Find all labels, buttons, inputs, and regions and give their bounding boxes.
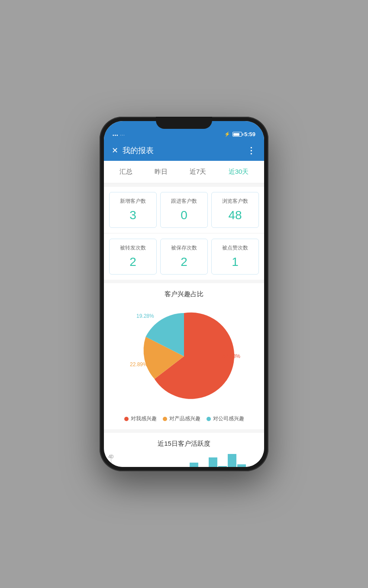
stat-value-liked: 1 [232, 255, 239, 269]
pie-legend: 对我感兴趣 对产品感兴趣 对公司感兴趣 [109, 415, 259, 422]
legend-label-me: 对我感兴趣 [131, 415, 157, 422]
page-title: 我的报表 [123, 145, 154, 156]
stats-grid-row2: 被转发次数 2 被保存次数 2 被点赞次数 1 [104, 233, 264, 280]
carrier-info: ▪▪▪ ··· [113, 133, 125, 137]
stat-new-customers: 新增客户数 3 [109, 192, 157, 228]
activity-chart-container: 1 34 37 40 1 [109, 454, 259, 467]
pie-chart-title: 客户兴趣占比 [109, 290, 259, 298]
status-right: ⚡ 5:59 [224, 131, 255, 137]
phone-screen: ▪▪▪ ··· ⚡ 5:59 ✕ 我的报表 ⋮ 汇总 昨日 近7天 [104, 121, 264, 467]
stat-label-forwarded: 被转发次数 [120, 244, 146, 252]
legend-label-product: 对产品感兴趣 [169, 415, 200, 422]
activity-section: 近15日客户活跃度 [104, 433, 264, 467]
stat-value-new: 3 [129, 208, 136, 222]
bar-14 [237, 464, 246, 467]
legend-dot-me [124, 417, 129, 421]
stat-value-saved: 2 [181, 255, 187, 269]
tab-summary[interactable]: 汇总 [115, 166, 137, 178]
pie-label-product: 22.89% [130, 361, 148, 368]
notch [156, 117, 212, 129]
app-header: ✕ 我的报表 ⋮ [104, 140, 264, 161]
pie-label-company: 19.28% [136, 313, 154, 319]
stat-label-liked: 被点赞次数 [222, 244, 248, 252]
pie-chart: 57.83% 19.28% 22.89% [132, 304, 236, 408]
bar-12 [218, 466, 227, 467]
bluetooth-icon: ⚡ [224, 131, 230, 137]
tab-30days[interactable]: 近30天 [224, 166, 253, 178]
more-button[interactable]: ⋮ [247, 145, 256, 156]
stat-followup-customers: 跟进客户数 0 [160, 192, 208, 228]
bar-11 [209, 457, 217, 467]
stat-label-saved: 被保存次数 [171, 244, 197, 252]
stat-value-forwarded: 2 [129, 255, 136, 269]
content-area: 汇总 昨日 近7天 近30天 新增客户数 3 跟进客户数 0 浏览客户数 48 [104, 161, 264, 467]
activity-title: 近15日客户活跃度 [109, 440, 259, 448]
stat-value-browse: 48 [228, 208, 242, 222]
stat-browse-customers: 浏览客户数 48 [211, 192, 259, 228]
stat-label-new: 新增客户数 [120, 198, 146, 205]
stat-label-followup: 跟进客户数 [171, 198, 197, 205]
legend-item-company: 对公司感兴趣 [207, 415, 244, 422]
stat-value-followup: 0 [181, 208, 187, 222]
tab-bar: 汇总 昨日 近7天 近30天 [104, 161, 264, 183]
stats-grid-row1: 新增客户数 3 跟进客户数 0 浏览客户数 48 [104, 187, 264, 233]
close-button[interactable]: ✕ [112, 146, 118, 155]
bar-chart [111, 454, 257, 467]
pie-svg [132, 304, 236, 408]
battery-icon [232, 132, 242, 137]
legend-item-me: 对我感兴趣 [124, 415, 157, 422]
time-display: 5:59 [244, 131, 255, 137]
tab-7days[interactable]: 近7天 [185, 166, 210, 178]
y-label-top: 40 [108, 454, 113, 459]
stat-liked: 被点赞次数 1 [211, 239, 259, 275]
stat-saved: 被保存次数 2 [160, 239, 208, 275]
phone-frame: ▪▪▪ ··· ⚡ 5:59 ✕ 我的报表 ⋮ 汇总 昨日 近7天 [100, 117, 268, 471]
bar-13 [228, 454, 236, 467]
stat-label-browse: 浏览客户数 [222, 198, 248, 205]
bar-9 [190, 463, 198, 467]
battery-fill [233, 133, 239, 136]
legend-dot-product [163, 417, 167, 421]
tab-yesterday[interactable]: 昨日 [150, 166, 172, 178]
legend-item-product: 对产品感兴趣 [163, 415, 200, 422]
pie-label-me: 57.83% [223, 353, 240, 359]
stat-forwarded: 被转发次数 2 [109, 239, 157, 275]
legend-dot-company [207, 417, 211, 421]
header-left: ✕ 我的报表 [112, 145, 154, 156]
legend-label-company: 对公司感兴趣 [213, 415, 244, 422]
pie-chart-section: 客户兴趣占比 [104, 283, 264, 429]
